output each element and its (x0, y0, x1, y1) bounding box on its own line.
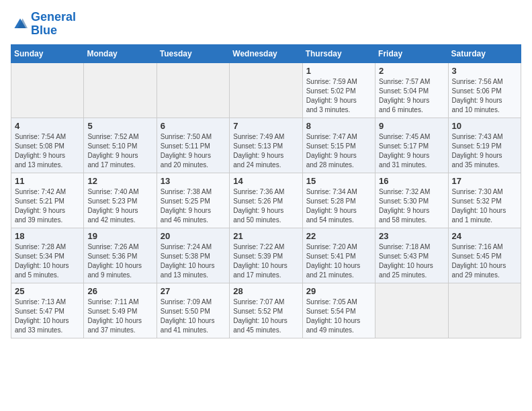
day-info: Sunrise: 7:52 AM Sunset: 5:10 PM Dayligh… (87, 132, 152, 170)
day-info: Sunrise: 7:40 AM Sunset: 5:23 PM Dayligh… (87, 187, 152, 225)
calendar-cell: 10Sunrise: 7:43 AM Sunset: 5:19 PM Dayli… (448, 118, 521, 173)
day-info: Sunrise: 7:09 AM Sunset: 5:50 PM Dayligh… (161, 298, 226, 335)
calendar-cell: 27Sunrise: 7:09 AM Sunset: 5:50 PM Dayli… (157, 283, 229, 338)
day-info: Sunrise: 7:36 AM Sunset: 5:26 PM Dayligh… (233, 187, 298, 225)
calendar-cell (157, 62, 229, 118)
calendar-cell: 20Sunrise: 7:24 AM Sunset: 5:38 PM Dayli… (157, 228, 229, 283)
calendar-cell: 2Sunrise: 7:57 AM Sunset: 5:04 PM Daylig… (375, 62, 448, 118)
logo-text-general: General (31, 11, 76, 24)
logo-icon (11, 17, 30, 32)
calendar-cell: 9Sunrise: 7:45 AM Sunset: 5:17 PM Daylig… (375, 118, 448, 173)
day-number: 5 (87, 121, 152, 131)
day-info: Sunrise: 7:59 AM Sunset: 5:02 PM Dayligh… (306, 77, 371, 115)
day-number: 8 (306, 121, 371, 131)
calendar-cell: 29Sunrise: 7:05 AM Sunset: 5:54 PM Dayli… (302, 283, 375, 338)
day-number: 4 (15, 121, 80, 131)
day-number: 16 (379, 176, 444, 186)
day-number: 13 (161, 176, 226, 186)
weekday-header-thursday: Thursday (302, 44, 375, 62)
calendar-cell: 3Sunrise: 7:56 AM Sunset: 5:06 PM Daylig… (448, 62, 521, 118)
day-info: Sunrise: 7:56 AM Sunset: 5:06 PM Dayligh… (452, 77, 517, 115)
day-number: 22 (306, 231, 371, 241)
day-number: 12 (87, 176, 152, 186)
day-info: Sunrise: 7:49 AM Sunset: 5:13 PM Dayligh… (233, 132, 298, 170)
calendar-cell (230, 62, 302, 118)
day-number: 3 (452, 66, 517, 76)
day-number: 2 (379, 66, 444, 76)
day-info: Sunrise: 7:22 AM Sunset: 5:39 PM Dayligh… (233, 242, 298, 280)
day-info: Sunrise: 7:54 AM Sunset: 5:08 PM Dayligh… (15, 132, 80, 170)
weekday-header-sunday: Sunday (11, 44, 84, 62)
calendar-week-3: 11Sunrise: 7:42 AM Sunset: 5:21 PM Dayli… (11, 173, 521, 228)
calendar-cell: 25Sunrise: 7:13 AM Sunset: 5:47 PM Dayli… (11, 283, 84, 338)
day-number: 21 (233, 231, 298, 241)
day-info: Sunrise: 7:05 AM Sunset: 5:54 PM Dayligh… (306, 298, 371, 335)
day-number: 24 (452, 231, 517, 241)
calendar-cell (448, 283, 521, 338)
day-number: 23 (379, 231, 444, 241)
calendar-cell (375, 283, 448, 338)
day-number: 11 (15, 176, 80, 186)
day-info: Sunrise: 7:50 AM Sunset: 5:11 PM Dayligh… (161, 132, 226, 170)
calendar-cell: 4Sunrise: 7:54 AM Sunset: 5:08 PM Daylig… (11, 118, 84, 173)
day-info: Sunrise: 7:26 AM Sunset: 5:36 PM Dayligh… (87, 242, 152, 280)
calendar-cell: 13Sunrise: 7:38 AM Sunset: 5:25 PM Dayli… (157, 173, 229, 228)
calendar-cell: 21Sunrise: 7:22 AM Sunset: 5:39 PM Dayli… (230, 228, 302, 283)
day-number: 9 (379, 121, 444, 131)
day-number: 7 (233, 121, 298, 131)
day-number: 1 (306, 66, 371, 76)
calendar-cell: 28Sunrise: 7:07 AM Sunset: 5:52 PM Dayli… (230, 283, 302, 338)
day-number: 26 (87, 286, 152, 296)
calendar-cell: 1Sunrise: 7:59 AM Sunset: 5:02 PM Daylig… (302, 62, 375, 118)
calendar-cell: 16Sunrise: 7:32 AM Sunset: 5:30 PM Dayli… (375, 173, 448, 228)
weekday-row: SundayMondayTuesdayWednesdayThursdayFrid… (11, 44, 521, 62)
day-number: 27 (161, 286, 226, 296)
calendar-cell (11, 62, 84, 118)
calendar-cell: 6Sunrise: 7:50 AM Sunset: 5:11 PM Daylig… (157, 118, 229, 173)
day-info: Sunrise: 7:47 AM Sunset: 5:15 PM Dayligh… (306, 132, 371, 170)
day-number: 15 (306, 176, 371, 186)
weekday-header-monday: Monday (84, 44, 157, 62)
day-number: 17 (452, 176, 517, 186)
day-number: 19 (87, 231, 152, 241)
logo-text-blue: Blue (31, 24, 76, 38)
day-info: Sunrise: 7:11 AM Sunset: 5:49 PM Dayligh… (87, 298, 152, 335)
day-info: Sunrise: 7:16 AM Sunset: 5:45 PM Dayligh… (452, 242, 517, 280)
weekday-header-wednesday: Wednesday (230, 44, 302, 62)
day-number: 25 (15, 286, 80, 296)
calendar-cell: 12Sunrise: 7:40 AM Sunset: 5:23 PM Dayli… (84, 173, 157, 228)
calendar-cell: 5Sunrise: 7:52 AM Sunset: 5:10 PM Daylig… (84, 118, 157, 173)
calendar-cell: 14Sunrise: 7:36 AM Sunset: 5:26 PM Dayli… (230, 173, 302, 228)
day-info: Sunrise: 7:42 AM Sunset: 5:21 PM Dayligh… (15, 187, 80, 225)
day-number: 28 (233, 286, 298, 296)
day-info: Sunrise: 7:20 AM Sunset: 5:41 PM Dayligh… (306, 242, 371, 280)
calendar-cell: 24Sunrise: 7:16 AM Sunset: 5:45 PM Dayli… (448, 228, 521, 283)
calendar-cell: 23Sunrise: 7:18 AM Sunset: 5:43 PM Dayli… (375, 228, 448, 283)
day-info: Sunrise: 7:24 AM Sunset: 5:38 PM Dayligh… (161, 242, 226, 280)
calendar-cell: 19Sunrise: 7:26 AM Sunset: 5:36 PM Dayli… (84, 228, 157, 283)
calendar-cell: 18Sunrise: 7:28 AM Sunset: 5:34 PM Dayli… (11, 228, 84, 283)
calendar-cell: 8Sunrise: 7:47 AM Sunset: 5:15 PM Daylig… (302, 118, 375, 173)
day-info: Sunrise: 7:07 AM Sunset: 5:52 PM Dayligh… (233, 298, 298, 335)
day-number: 18 (15, 231, 80, 241)
day-info: Sunrise: 7:13 AM Sunset: 5:47 PM Dayligh… (15, 298, 80, 335)
day-info: Sunrise: 7:18 AM Sunset: 5:43 PM Dayligh… (379, 242, 444, 280)
calendar-cell: 15Sunrise: 7:34 AM Sunset: 5:28 PM Dayli… (302, 173, 375, 228)
day-info: Sunrise: 7:28 AM Sunset: 5:34 PM Dayligh… (15, 242, 80, 280)
day-info: Sunrise: 7:43 AM Sunset: 5:19 PM Dayligh… (452, 132, 517, 170)
calendar-cell: 7Sunrise: 7:49 AM Sunset: 5:13 PM Daylig… (230, 118, 302, 173)
day-number: 20 (161, 231, 226, 241)
day-info: Sunrise: 7:34 AM Sunset: 5:28 PM Dayligh… (306, 187, 371, 225)
calendar-week-2: 4Sunrise: 7:54 AM Sunset: 5:08 PM Daylig… (11, 118, 521, 173)
day-number: 14 (233, 176, 298, 186)
day-info: Sunrise: 7:32 AM Sunset: 5:30 PM Dayligh… (379, 187, 444, 225)
calendar-week-1: 1Sunrise: 7:59 AM Sunset: 5:02 PM Daylig… (11, 62, 521, 118)
day-info: Sunrise: 7:30 AM Sunset: 5:32 PM Dayligh… (452, 187, 517, 225)
weekday-header-saturday: Saturday (448, 44, 521, 62)
calendar-header: SundayMondayTuesdayWednesdayThursdayFrid… (11, 44, 521, 62)
weekday-header-friday: Friday (375, 44, 448, 62)
day-info: Sunrise: 7:57 AM Sunset: 5:04 PM Dayligh… (379, 77, 444, 115)
day-info: Sunrise: 7:45 AM Sunset: 5:17 PM Dayligh… (379, 132, 444, 170)
page-header: General Blue (11, 11, 521, 38)
calendar-cell: 11Sunrise: 7:42 AM Sunset: 5:21 PM Dayli… (11, 173, 84, 228)
